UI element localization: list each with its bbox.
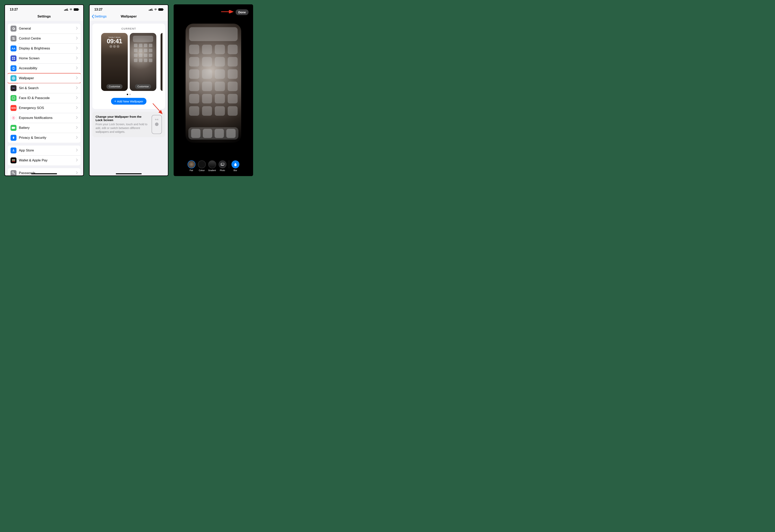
row-label: Privacy & Security: [19, 136, 76, 140]
settings-row-general[interactable]: General: [8, 24, 80, 34]
switches-icon: [11, 36, 16, 41]
settings-section-2: App StoreWallet & Apple Pay: [8, 146, 80, 165]
current-wallpaper-card: CURRENT Tuesday, 9 January 09:41 Customi…: [92, 24, 165, 109]
chevron-right-icon: [76, 126, 78, 130]
sos-icon: SOS: [11, 105, 16, 111]
page-dots: [95, 94, 162, 95]
chevron-right-icon: [76, 171, 78, 175]
page-title: Settings: [37, 14, 51, 18]
signal-icon: [64, 9, 68, 11]
svg-line-40: [153, 103, 162, 114]
battery-icon: [74, 8, 78, 11]
chevron-right-icon: [76, 136, 78, 140]
chevron-right-icon: [76, 47, 78, 50]
settings-row-face-id-passcode[interactable]: Face ID & Passcode: [8, 93, 80, 103]
option-pair[interactable]: Pair: [187, 160, 196, 172]
flower-icon: [11, 75, 16, 81]
svg-line-29: [14, 119, 15, 119]
home-indicator: [31, 173, 57, 174]
svg-point-13: [12, 78, 13, 79]
svg-point-21: [13, 98, 13, 98]
settings-row-passwords[interactable]: Passwords: [8, 168, 80, 176]
svg-point-18: [14, 79, 15, 79]
row-label: Emergency SOS: [19, 106, 76, 110]
lockscreen-preview[interactable]: Tuesday, 9 January 09:41 Customise: [101, 33, 128, 91]
done-button[interactable]: Done: [236, 9, 249, 15]
status-time: 13:27: [10, 8, 18, 11]
option-gradient[interactable]: Gradient: [208, 160, 216, 172]
svg-point-10: [13, 78, 14, 79]
homescreen-preview[interactable]: Customise: [130, 33, 156, 91]
back-button[interactable]: Settings: [92, 14, 106, 18]
page-title: Wallpaper: [121, 14, 137, 18]
chevron-right-icon: [76, 57, 78, 60]
customise-lock-button[interactable]: Customise: [106, 84, 122, 89]
settings-row-emergency-sos[interactable]: SOSEmergency SOS: [8, 103, 80, 113]
svg-point-3: [12, 39, 13, 40]
signal-icon: [149, 9, 153, 11]
svg-rect-4: [12, 57, 13, 58]
settings-row-home-screen[interactable]: Home Screen: [8, 53, 80, 63]
svg-point-1: [14, 38, 15, 38]
svg-rect-2: [13, 39, 15, 40]
aa-icon: AA: [11, 45, 16, 51]
chevron-right-icon: [76, 67, 78, 70]
svg-rect-5: [14, 57, 15, 58]
plus-icon: +: [114, 99, 116, 103]
chevron-right-icon: [76, 27, 78, 30]
settings-row-control-centre[interactable]: Control Centre: [8, 34, 80, 43]
svg-point-16: [14, 77, 15, 78]
svg-rect-6: [12, 59, 13, 60]
nav-bar: Settings Wallpaper: [90, 12, 168, 21]
row-label: Passwords: [19, 171, 76, 175]
option-blur[interactable]: Blur: [232, 160, 240, 172]
settings-row-wallpaper[interactable]: Wallpaper: [8, 73, 80, 83]
svg-point-12: [13, 79, 14, 80]
homescreen-large-preview[interactable]: [185, 24, 241, 143]
grid-icon: [11, 55, 16, 61]
option-colour[interactable]: Colour: [198, 160, 206, 172]
chevron-right-icon: [76, 149, 78, 152]
settings-row-exposure-notifications[interactable]: Exposure Notifications: [8, 113, 80, 123]
next-wallpaper-peek[interactable]: [160, 33, 162, 91]
wallpaper-editor-screen: Done Pair Colour Gradient Photo Blur: [173, 4, 253, 176]
svg-rect-33: [15, 127, 15, 128]
settings-row-app-store[interactable]: App Store: [8, 146, 80, 155]
wifi-icon: [154, 8, 157, 11]
chevron-right-icon: [76, 116, 78, 120]
add-new-wallpaper-button[interactable]: +Add New Wallpaper: [111, 98, 146, 105]
row-label: Home Screen: [19, 56, 76, 60]
settings-row-accessibility[interactable]: Accessibility: [8, 63, 80, 73]
svg-point-17: [12, 79, 13, 79]
status-bar: 13:27: [5, 5, 83, 12]
svg-line-30: [12, 119, 13, 119]
customise-home-button[interactable]: Customise: [135, 84, 151, 89]
option-photo[interactable]: Photo: [219, 160, 227, 172]
chevron-right-icon: [76, 37, 78, 40]
lockscreen-tip-card: Change your Wallpaper from the Lock Scre…: [92, 112, 165, 137]
settings-row-battery[interactable]: Battery: [8, 123, 80, 133]
svg-point-23: [13, 118, 14, 119]
settings-row-wallet-apple-pay[interactable]: Wallet & Apple Pay: [8, 155, 80, 165]
row-label: Face ID & Passcode: [19, 96, 76, 100]
row-label: General: [19, 27, 76, 31]
battery-icon: [158, 8, 163, 11]
photo-icon: [221, 163, 224, 166]
settings-row-display-brightness[interactable]: AADisplay & Brightness: [8, 43, 80, 53]
current-label: CURRENT: [95, 27, 162, 30]
settings-section-1: GeneralControl CentreAADisplay & Brightn…: [8, 24, 80, 143]
tip-body: From your Lock Screen, touch and hold to…: [95, 122, 149, 134]
settings-row-siri-search[interactable]: Siri & Search: [8, 83, 80, 93]
wallet-icon: [11, 157, 16, 163]
chevron-right-icon: [76, 96, 78, 100]
row-label: Wallpaper: [19, 76, 76, 80]
widget-placeholder: [189, 27, 238, 41]
drop-icon: [234, 163, 237, 166]
settings-section-3: Passwords: [8, 168, 80, 176]
settings-row-privacy-security[interactable]: Privacy & Security: [8, 133, 80, 143]
row-label: Exposure Notifications: [19, 116, 76, 120]
svg-point-15: [12, 77, 13, 78]
chevron-right-icon: [76, 76, 78, 80]
hand-icon: [11, 135, 16, 141]
arrow-annotation: [151, 102, 165, 117]
